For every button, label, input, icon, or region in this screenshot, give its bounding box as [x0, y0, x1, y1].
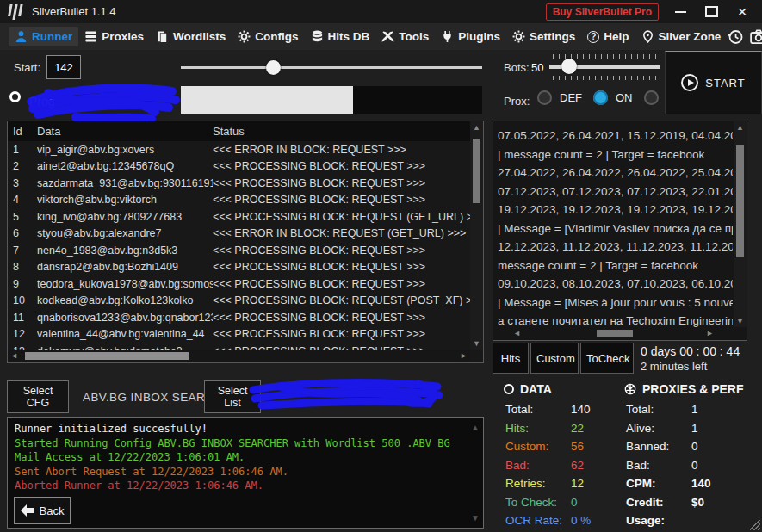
nav-item-configs[interactable]: Configs	[232, 27, 304, 46]
start-panel: START	[665, 51, 762, 114]
scroll-up-arrow-icon[interactable]: ▲	[470, 121, 483, 133]
progress-slider[interactable]	[181, 60, 482, 75]
scroll-up-arrow-icon[interactable]: ▲	[471, 423, 480, 432]
table-row[interactable]: 7nen4o_1983@abv.bg:n3d5k3<<< PROCESSING …	[8, 242, 470, 259]
scrollbar-thumb[interactable]	[736, 145, 744, 257]
table-row[interactable]: 12valentina_44@abv.bg:valentina_44<<< PR…	[8, 326, 470, 343]
nav-label: Settings	[530, 30, 575, 43]
table-row[interactable]: 8dansrap2@abv.bg:Bozhi1409<<< PROCESSING…	[8, 259, 470, 276]
stat-label: Retries:	[505, 477, 566, 490]
scroll-down-arrow-icon[interactable]: ▼	[734, 315, 747, 327]
cell-data: sazdarmata_931@abv.bg:930116191	[37, 177, 213, 189]
cell-id: 11	[8, 312, 37, 324]
scrollbar-thumb[interactable]	[25, 352, 189, 360]
select-list-button[interactable]: Select List	[204, 380, 261, 413]
tab-tocheck[interactable]: ToCheck	[580, 343, 634, 374]
monitor-line: 07.05.2022, 26.04.2021, 15.12.2019, 04.0…	[498, 127, 733, 145]
scroll-left-arrow-icon[interactable]: ◄	[8, 350, 21, 362]
nav-item-help[interactable]: ? Help	[581, 27, 635, 46]
tab-custom[interactable]: Custom	[530, 343, 579, 374]
nav-item-proxies[interactable]: Proxies	[78, 27, 150, 46]
table-horizontal-scrollbar[interactable]: ◄ ►	[8, 350, 470, 362]
close-button[interactable]: ×	[733, 3, 752, 21]
table-row[interactable]: 13dekemvrv@abv.bg:domatche3<<< PROCESSIN…	[8, 343, 470, 350]
slider-thumb[interactable]	[561, 59, 577, 74]
table-row[interactable]: 2ainet2@abv.bg:12345678qQ<<< PROCESSING …	[8, 158, 470, 176]
runner-log-line: Runner initialized succesfully!	[15, 422, 464, 436]
cell-id: 9	[8, 278, 37, 290]
table-row[interactable]: 11qnaborisova1233@abv.bg:qnabor123<<< PR…	[8, 309, 470, 326]
window-resize-grip[interactable]	[750, 520, 760, 530]
cell-id: 10	[8, 294, 37, 306]
scroll-down-arrow-icon[interactable]: ▼	[470, 337, 483, 350]
scroll-left-arrow-icon[interactable]: ◄	[511, 327, 523, 339]
monitor-line: message count = 2 | Target = facebook	[498, 257, 733, 275]
prox-radio-on[interactable]	[593, 90, 608, 105]
back-button[interactable]: Back	[14, 497, 71, 524]
stat-label: Bad:	[626, 459, 686, 472]
table-row[interactable]: 6styou@abv.bg:alexandre7<<< ERROR IN BLO…	[8, 226, 470, 243]
table-row[interactable]: 4viktorch@abv.bg:viktorch<<< PROCESSING …	[8, 192, 470, 209]
monitor-line: | message count = 2 | Target = facebook	[498, 145, 733, 164]
column-header-status[interactable]: Status	[213, 125, 470, 138]
plugin-icon	[441, 30, 454, 43]
start-runner-button[interactable]: START	[676, 73, 750, 92]
tab-hits[interactable]: Hits	[493, 343, 529, 374]
history-icon[interactable]	[727, 28, 744, 46]
nav-item-plugins[interactable]: Plugins	[435, 27, 506, 46]
buy-pro-button[interactable]: Buy SilverBullet Pro	[546, 3, 659, 21]
prox-radio-off[interactable]	[644, 90, 659, 105]
maximize-button[interactable]	[702, 3, 721, 21]
prox-radio-def[interactable]	[537, 90, 552, 105]
select-cfg-button[interactable]: Select CFG	[7, 380, 69, 413]
scroll-down-arrow-icon[interactable]: ▼	[471, 513, 480, 523]
monitor-line: 12.12.2023, 11.12.2023, 11.12.2023, 11.1…	[498, 238, 733, 257]
table-vertical-scrollbar[interactable]: ▲ ▼	[470, 121, 483, 350]
table-row[interactable]: 9teodora_kukova1978@abv.bg:somost<<< PRO…	[8, 275, 470, 293]
slider-thumb[interactable]	[266, 60, 281, 75]
monitor-horizontal-scrollbar[interactable]: ◄ ►	[493, 327, 734, 340]
stat-label: To Check:	[505, 496, 566, 509]
scrollbar-thumb[interactable]	[597, 330, 633, 337]
minimize-button[interactable]	[671, 3, 690, 21]
camera-icon[interactable]	[750, 28, 762, 46]
table-row[interactable]: 5king_ivo@abv.bg:7809277683<<< PROCESSIN…	[8, 208, 470, 226]
monitor-vertical-scrollbar[interactable]: ▲ ▼	[734, 121, 747, 327]
scroll-right-arrow-icon[interactable]: ►	[457, 350, 470, 362]
progress-bar-fill	[181, 86, 353, 114]
nav-item-wordlists[interactable]: Wordlists	[150, 27, 232, 46]
start-position-input[interactable]	[46, 55, 81, 79]
nav-item-hits-db[interactable]: Hits DB	[305, 27, 376, 46]
scroll-right-arrow-icon[interactable]: ►	[703, 327, 716, 339]
bots-slider[interactable]	[549, 59, 660, 74]
table-header: Id Data Status	[8, 121, 470, 141]
runner-log-line: Started Running Config ABV.BG INBOX SEAR…	[15, 436, 464, 465]
database-icon	[311, 30, 324, 43]
table-row[interactable]: 1vip_aigir@abv.bg:xovers<<< ERROR IN BLO…	[8, 141, 470, 158]
prox-label: Prox:	[504, 95, 530, 108]
nav-item-settings[interactable]: Settings	[506, 27, 581, 46]
column-header-id[interactable]: Id	[8, 125, 37, 138]
bots-value: 50	[531, 61, 543, 74]
stat-row: OCR Rate:0 %	[505, 514, 591, 527]
back-arrow-icon	[21, 504, 34, 517]
column-header-data[interactable]: Data	[37, 125, 213, 138]
cell-data: viktorch@abv.bg:viktorch	[37, 194, 213, 206]
table-row[interactable]: 3sazdarmata_931@abv.bg:930116191<<< PROC…	[8, 175, 470, 192]
stat-value: 1	[691, 403, 698, 416]
data-panel-title: DATA	[504, 382, 552, 396]
cell-id: 5	[8, 211, 37, 223]
nav-item-runner[interactable]: Runner	[9, 27, 78, 46]
title-bar: SilverBullet 1.1.4 Buy SilverBullet Pro …	[0, 0, 762, 23]
nav-label: Configs	[255, 30, 298, 43]
cell-data: valentina_44@abv.bg:valentina_44	[37, 328, 213, 340]
nav-label: Proxies	[102, 30, 144, 43]
table-row[interactable]: 10kodkead@abv.bg:Kolko123kolko<<< PROCES…	[8, 293, 470, 310]
cell-status: <<< PROCESSING BLOCK: REQUEST >>>	[213, 177, 470, 189]
nav-item-silver-zone[interactable]: Silver Zone	[635, 27, 728, 46]
scrollbar-thumb[interactable]	[473, 139, 480, 203]
scroll-up-arrow-icon[interactable]: ▲	[734, 121, 747, 133]
nav-item-tools[interactable]: Tools	[375, 27, 435, 46]
cell-id: 6	[8, 227, 37, 239]
wordlists-icon	[156, 30, 169, 43]
